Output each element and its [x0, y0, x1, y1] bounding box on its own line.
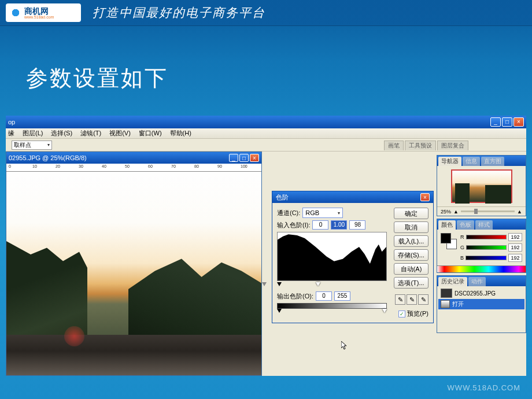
input-highlight-field[interactable]: 98: [349, 220, 365, 230]
options-button[interactable]: 选项(T)...: [394, 277, 428, 289]
site-header: 商机网 www.518ad.com 打造中国最好的电子商务平台: [0, 0, 532, 26]
options-bar: 取样点 画笔 工具预设 图层复合: [6, 139, 526, 152]
channel-dropdown[interactable]: RGB: [302, 208, 343, 218]
document-title: 02955.JPG @ 25%(RGB/8): [9, 154, 87, 161]
tab-color[interactable]: 颜色: [438, 220, 456, 230]
panels-dock: 导航器 信息 直方图 25% ▲ ▲ 颜色 色板 样式: [437, 155, 526, 333]
app-menubar: 缘 图层(L) 选择(S) 滤镜(T) 视图(V) 窗口(W) 帮助(H): [6, 128, 526, 139]
ok-button[interactable]: 确定: [394, 208, 428, 219]
tab-actions[interactable]: 动作: [468, 277, 486, 286]
green-value[interactable]: 192: [508, 243, 522, 252]
zoom-in-icon[interactable]: ▲: [517, 209, 522, 215]
slide-title: 参数设置如下: [26, 64, 168, 93]
cancel-button[interactable]: 取消: [394, 221, 428, 233]
black-eyedropper-icon[interactable]: ✎: [395, 294, 405, 305]
input-gamma-field[interactable]: 1.00: [331, 220, 347, 230]
zoom-out-icon[interactable]: ▲: [453, 209, 459, 215]
levels-dialog: 色阶 × 通道(C): RGB 输入色阶(I): 0 1.00 98: [272, 191, 434, 323]
input-shadow-field[interactable]: 0: [312, 220, 328, 230]
checkbox-icon: ✓: [398, 311, 405, 317]
maximize-button[interactable]: □: [502, 117, 512, 127]
doc-minimize-button[interactable]: _: [229, 154, 238, 162]
color-spectrum[interactable]: [437, 265, 526, 272]
tab-swatches[interactable]: 色板: [457, 220, 474, 230]
logo-name-cn: 商机网: [24, 7, 54, 15]
photoshop-window: op _ □ × 缘 图层(L) 选择(S) 滤镜(T) 视图(V) 窗口(W)…: [6, 116, 526, 376]
output-gradient: [277, 303, 387, 309]
document-window: 02955.JPG @ 25%(RGB/8) _ □ × 0 10 20 30 …: [6, 152, 262, 376]
red-slider[interactable]: [466, 235, 507, 239]
output-white-slider-icon[interactable]: [382, 309, 387, 313]
tab-navigator[interactable]: 导航器: [438, 157, 461, 166]
menu-item[interactable]: 缘: [8, 129, 14, 138]
navigator-panel: 导航器 信息 直方图 25% ▲ ▲: [437, 155, 526, 216]
dialog-titlebar[interactable]: 色阶 ×: [272, 191, 433, 203]
footer-url: WWW.518AD.COM: [448, 383, 520, 392]
color-panel: 颜色 色板 样式 R192 G192 B192: [437, 219, 526, 273]
preview-checkbox[interactable]: ✓ 预览(P): [394, 309, 428, 318]
zoom-slider[interactable]: [461, 210, 515, 212]
app-title: op: [8, 119, 15, 125]
dock-tab-comps[interactable]: 图层复合: [437, 141, 468, 150]
output-black-field[interactable]: 0: [316, 291, 332, 301]
save-button[interactable]: 存储(S)...: [394, 249, 428, 261]
blue-value[interactable]: 192: [508, 254, 522, 262]
site-logo: 商机网 www.518ad.com: [6, 3, 81, 22]
image-canvas[interactable]: [6, 172, 261, 375]
dialog-title: 色阶: [276, 193, 289, 202]
highlight-slider-icon[interactable]: [316, 282, 320, 286]
site-tagline: 打造中国最好的电子商务平台: [93, 5, 265, 21]
horizontal-ruler: 0 10 20 30 40 50 60 70 80 90 100: [6, 164, 261, 172]
history-thumb-icon: [441, 289, 452, 298]
close-button[interactable]: ×: [513, 117, 524, 127]
app-titlebar[interactable]: op _ □ ×: [6, 116, 526, 128]
white-eyedropper-icon[interactable]: ✎: [418, 294, 428, 305]
menu-item[interactable]: 选择(S): [51, 129, 72, 138]
menu-item[interactable]: 滤镜(T): [80, 129, 101, 138]
tab-info[interactable]: 信息: [463, 157, 480, 166]
red-value[interactable]: 192: [508, 233, 522, 241]
minimize-button[interactable]: _: [490, 117, 501, 127]
channel-label: 通道(C):: [277, 209, 300, 217]
foreground-color-icon[interactable]: [441, 233, 451, 243]
logo-icon: [9, 6, 22, 19]
document-titlebar[interactable]: 02955.JPG @ 25%(RGB/8) _ □ ×: [6, 152, 261, 164]
auto-button[interactable]: 自动(A): [394, 263, 428, 275]
logo-name-en: www.518ad.com: [24, 15, 54, 19]
zoom-value[interactable]: 25%: [441, 209, 451, 215]
menu-item[interactable]: 视图(V): [109, 129, 131, 138]
histogram-display: [277, 232, 387, 281]
history-step[interactable]: 打开: [438, 299, 524, 309]
tab-history[interactable]: 历史记录: [438, 277, 467, 286]
tab-histogram[interactable]: 直方图: [481, 157, 504, 166]
gray-eyedropper-icon[interactable]: ✎: [407, 294, 417, 305]
navigator-thumbnail[interactable]: [451, 169, 512, 203]
tab-styles[interactable]: 样式: [475, 220, 493, 230]
menu-item[interactable]: 窗口(W): [139, 129, 162, 138]
dialog-close-button[interactable]: ×: [420, 193, 430, 201]
output-black-slider-icon[interactable]: [277, 309, 282, 313]
r-label: R: [460, 234, 464, 240]
image-road: [6, 335, 261, 375]
tool-preset-dropdown[interactable]: 取样点: [12, 141, 52, 150]
output-slider[interactable]: [277, 309, 387, 313]
menu-item[interactable]: 图层(L): [23, 129, 43, 138]
open-step-icon: [441, 300, 450, 308]
doc-maximize-button[interactable]: □: [239, 154, 249, 162]
load-button[interactable]: 载入(L)...: [394, 235, 428, 247]
dock-tab-presets[interactable]: 工具预设: [405, 141, 436, 150]
dock-tab-brushes[interactable]: 画笔: [384, 141, 404, 150]
b-label: B: [460, 255, 464, 261]
blue-slider[interactable]: [466, 256, 507, 260]
midtone-slider-icon[interactable]: [262, 282, 267, 286]
g-label: G: [460, 245, 464, 250]
output-white-field[interactable]: 255: [334, 291, 350, 301]
output-levels-label: 输出色阶(O):: [277, 292, 313, 301]
input-slider[interactable]: [277, 282, 387, 287]
shadow-slider-icon[interactable]: [277, 282, 282, 286]
menu-item[interactable]: 帮助(H): [170, 129, 191, 138]
history-source[interactable]: DSC02955.JPG: [438, 287, 524, 299]
foreground-background-swatch[interactable]: [441, 233, 457, 249]
green-slider[interactable]: [466, 245, 507, 250]
doc-close-button[interactable]: ×: [250, 154, 259, 162]
